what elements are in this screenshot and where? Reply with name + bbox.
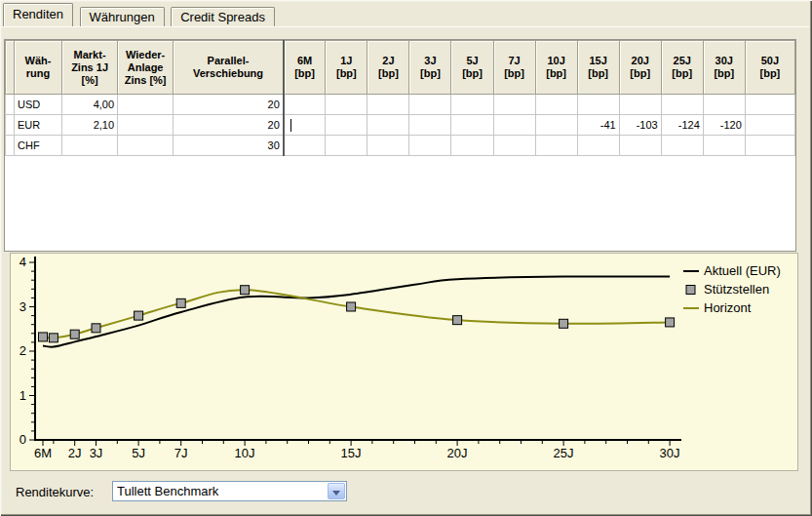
y-tick-label: 4 (19, 255, 26, 269)
support-point-marker (49, 334, 58, 342)
renditen-window: Renditen Währungen Credit Spreads Wäh-ru… (0, 0, 812, 516)
bp-cell-6m[interactable] (284, 115, 326, 136)
bp-cell-10j (535, 136, 577, 156)
parallel-cell[interactable]: 30 (174, 136, 284, 156)
y-tick-label: 3 (19, 299, 26, 314)
parallel-cell[interactable]: 20 (174, 95, 284, 115)
x-tick-label: 30J (660, 446, 680, 460)
bp-cell-10j[interactable] (535, 95, 577, 115)
row-selector[interactable] (6, 95, 15, 115)
table-row-chf: CHF30 (6, 136, 795, 156)
renditekurve-selected-value: Tullett Benchmark (117, 483, 218, 499)
legend-label: Stützstellen (704, 282, 769, 297)
bp-cell-15j (577, 95, 619, 115)
bp-cell-25j (661, 95, 703, 115)
support-point-marker (176, 298, 185, 307)
column-header-15j-bp: 15J[bp] (577, 41, 619, 95)
y-tick-label: 2 (19, 343, 26, 358)
column-header-currency: Wäh-rung (15, 41, 62, 95)
table-row-eur: EUR2,1020-41-103-124-120 (6, 115, 795, 136)
table-row-usd: USD4,0020 (6, 95, 795, 115)
support-point-marker (92, 324, 100, 333)
rates-table: Wäh-rungMarkt-Zins 1J[%]Wieder-AnlageZin… (5, 40, 795, 156)
support-point-marker (347, 302, 356, 311)
bp-cell-5j[interactable] (451, 115, 493, 136)
x-tick-label: 6M (34, 446, 52, 460)
wiederanlage-cell[interactable] (118, 95, 174, 115)
column-header-1j-bp: 1J[bp] (326, 41, 367, 95)
x-tick-label: 20J (447, 446, 468, 460)
column-header-30j-bp: 30J[bp] (703, 41, 745, 95)
column-header-5j-bp: 5J[bp] (451, 41, 493, 95)
bp-cell-30j (703, 136, 745, 156)
text-caret (290, 119, 291, 132)
bp-cell-30j[interactable] (703, 95, 745, 115)
wiederanlage-cell[interactable] (118, 136, 174, 156)
bp-cell-20j (619, 95, 661, 115)
bp-cell-3j[interactable] (409, 115, 451, 136)
column-header-7j-bp: 7J[bp] (493, 41, 535, 95)
bp-cell-10j[interactable] (535, 115, 577, 136)
bp-cell-6m[interactable] (284, 95, 326, 115)
marktzins-cell[interactable] (62, 136, 118, 156)
x-tick-label: 2J (68, 446, 82, 460)
currency-cell[interactable]: EUR (15, 115, 62, 136)
x-tick-label: 7J (174, 446, 188, 460)
renditekurve-select[interactable]: Tullett Benchmark (112, 481, 347, 501)
y-tick-label: 1 (19, 388, 26, 403)
bp-cell-50j (745, 115, 794, 136)
chevron-down-icon[interactable] (328, 483, 345, 499)
bp-cell-25j (661, 136, 703, 156)
tab-waehrungen[interactable]: Währungen (80, 7, 165, 26)
bp-cell-2j[interactable] (367, 115, 409, 136)
x-tick-label: 5J (132, 446, 145, 460)
x-tick-label: 25J (554, 446, 574, 460)
bp-cell-3j[interactable] (409, 95, 451, 115)
tab-renditen[interactable]: Renditen (3, 3, 73, 26)
support-point-marker (135, 311, 143, 320)
bp-cell-30j[interactable]: -120 (703, 115, 745, 136)
bp-cell-1j[interactable] (326, 115, 367, 136)
bp-cell-20j[interactable]: -103 (619, 115, 661, 136)
bp-cell-25j[interactable]: -124 (661, 115, 703, 136)
bp-cell-2j (367, 136, 409, 156)
bp-cell-5j[interactable] (451, 95, 493, 115)
bp-cell-15j[interactable]: -41 (577, 115, 619, 136)
bp-cell-20j (619, 136, 661, 156)
support-point-marker (666, 318, 675, 327)
bp-cell-5j (451, 136, 493, 156)
tab-bar: Renditen Währungen Credit Spreads (3, 3, 277, 27)
column-header-50j-bp: 50J[bp] (745, 41, 794, 95)
bp-cell-15j (577, 136, 619, 156)
marktzins-cell[interactable]: 4,00 (62, 95, 118, 115)
column-header-20j-bp: 20J[bp] (619, 41, 661, 95)
column-header-parallel: Parallel-Verschiebung (174, 41, 284, 95)
x-tick-label: 10J (235, 446, 255, 460)
rates-table-container: Wäh-rungMarkt-Zins 1J[%]Wieder-AnlageZin… (4, 39, 796, 252)
currency-cell[interactable]: USD (15, 95, 62, 115)
row-selector-header (6, 41, 15, 95)
chart-canvas: 012346M2J3J5J7J10J15J20J25J30JAktuell (E… (11, 254, 797, 470)
column-header-10j-bp: 10J[bp] (535, 41, 577, 95)
x-tick-label: 3J (90, 446, 103, 460)
support-point-marker (453, 316, 462, 325)
bp-cell-2j[interactable] (367, 95, 409, 115)
row-selector[interactable] (6, 136, 15, 156)
parallel-cell[interactable]: 20 (174, 115, 284, 136)
column-header-6m-bp: 6M[bp] (284, 41, 326, 95)
bp-cell-3j (409, 136, 451, 156)
bp-cell-7j[interactable] (493, 115, 535, 136)
wiederanlage-cell[interactable] (118, 115, 174, 136)
tab-credit-spreads[interactable]: Credit Spreads (171, 7, 275, 26)
legend-square-marker (686, 286, 695, 295)
bp-cell-50j (745, 136, 794, 156)
bp-cell-50j (745, 95, 794, 115)
bp-cell-6m (284, 136, 326, 156)
currency-cell[interactable]: CHF (15, 136, 62, 156)
yield-curve-chart: 012346M2J3J5J7J10J15J20J25J30JAktuell (E… (10, 253, 798, 471)
row-selector[interactable] (6, 115, 15, 136)
x-tick-label: 15J (341, 446, 362, 460)
support-point-marker (70, 330, 79, 338)
marktzins-cell[interactable]: 2,10 (62, 115, 118, 136)
legend-label: Aktuell (EUR) (704, 263, 781, 278)
